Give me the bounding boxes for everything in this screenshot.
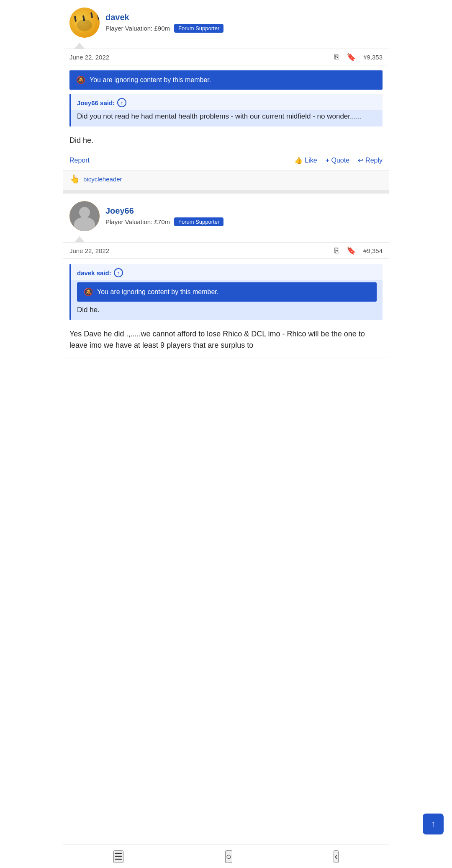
reply-label-9353: Reply <box>365 157 383 164</box>
quote-block-9353: Joey66 said: ↑ Did you not read he had m… <box>69 94 383 127</box>
forum-supporter-badge-davek: Forum Supporter <box>174 24 223 33</box>
like-icon-9353: 👍 <box>294 156 303 164</box>
quote-content-9354: 🔕 You are ignoring content by this membe… <box>71 280 383 320</box>
like-emoji-9353: 👆 <box>69 174 80 184</box>
likes-row-9353: 👆 bicycleheader <box>63 170 389 190</box>
forum-supporter-badge-joey66: Forum Supporter <box>174 217 223 226</box>
post-meta-9354: June 22, 2022 ⎘ 🔖 #9,354 <box>63 242 389 259</box>
post-date-9354: June 22, 2022 <box>69 247 109 254</box>
like-label-9353: Like <box>305 157 317 164</box>
post-date-9353: June 22, 2022 <box>69 54 109 61</box>
user-info-joey66: Joey66 Player Valuation: £70m Forum Supp… <box>105 206 223 226</box>
quote-up-arrow-9354[interactable]: ↑ <box>114 268 123 277</box>
user-meta-davek: Player Valuation: £90m Forum Supporter <box>105 24 223 33</box>
player-valuation-davek: Player Valuation: £90m <box>105 25 170 32</box>
quote-author-9353: Joey66 said: <box>77 99 115 106</box>
liked-by-user-9353[interactable]: bicycleheader <box>83 176 122 183</box>
post-body-content-9354: Yes Dave he did .,.....we cannot afford … <box>69 330 365 349</box>
post-divider <box>63 190 389 194</box>
quote-button-9353[interactable]: + Quote <box>326 157 349 164</box>
avatar-davek <box>69 8 100 38</box>
post-number-9353: #9,353 <box>363 54 383 61</box>
ignore-text-quoted-9354: You are ignoring content by this member. <box>97 288 218 296</box>
user-info-davek: davek Player Valuation: £90m Forum Suppo… <box>105 13 223 33</box>
post-meta-right-9353: ⎘ 🔖 #9,353 <box>334 53 383 61</box>
username-davek[interactable]: davek <box>105 13 223 22</box>
quote-up-arrow-9353[interactable]: ↑ <box>117 98 126 107</box>
post-text-9353: Did he. <box>69 132 383 152</box>
post-card-9353: davek Player Valuation: £90m Forum Suppo… <box>63 0 389 190</box>
triangle-pointer-joey66 <box>74 236 85 242</box>
quote-body-text-9354: Did he. <box>77 306 377 314</box>
quote-header-9354: davek said: ↑ <box>71 264 383 280</box>
like-button-9353[interactable]: 👍 Like <box>294 156 317 164</box>
post-body-9354: davek said: ↑ 🔕 You are ignoring content… <box>63 259 389 357</box>
post-body-9353: 🔕 You are ignoring content by this membe… <box>63 65 389 152</box>
post-meta-9353: June 22, 2022 ⎘ 🔖 #9,353 <box>63 49 389 65</box>
quote-author-9354: davek said: <box>77 269 111 276</box>
bottom-spacer <box>63 357 389 382</box>
quote-header-9353: Joey66 said: ↑ <box>71 94 383 110</box>
player-valuation-joey66: Player Valuation: £70m <box>105 218 170 225</box>
user-meta-joey66: Player Valuation: £70m Forum Supporter <box>105 217 223 226</box>
mute-icon-quoted-9354: 🔕 <box>84 287 93 297</box>
ignore-text-9353: You are ignoring content by this member. <box>90 76 211 84</box>
post-number-9354: #9,354 <box>363 247 383 254</box>
triangle-pointer-davek <box>74 43 85 49</box>
report-button-9353[interactable]: Report <box>69 157 90 164</box>
quote-text-9353: Did you not read he had mental health pr… <box>77 112 362 120</box>
user-header-davek: davek Player Valuation: £90m Forum Suppo… <box>63 0 389 43</box>
ignore-banner-9353: 🔕 You are ignoring content by this membe… <box>69 70 383 90</box>
username-joey66[interactable]: Joey66 <box>105 206 223 216</box>
bookmark-icon-9353[interactable]: 🔖 <box>347 53 356 61</box>
action-bar-9353: Report 👍 Like + Quote ↩ Reply <box>63 152 389 170</box>
quote-block-9354: davek said: ↑ 🔕 You are ignoring content… <box>69 264 383 320</box>
quote-label-9353: + Quote <box>326 157 349 164</box>
post-text-9354: Yes Dave he did .,.....we cannot afford … <box>69 325 383 357</box>
quote-content-9353: Did you not read he had mental health pr… <box>71 110 383 127</box>
mute-icon-9353: 🔕 <box>76 75 85 85</box>
post-card-9354: Joey66 Player Valuation: £70m Forum Supp… <box>63 194 389 357</box>
ignore-banner-quoted-9354: 🔕 You are ignoring content by this membe… <box>77 282 377 302</box>
post-meta-right-9354: ⎘ 🔖 #9,354 <box>334 247 383 254</box>
action-buttons-9353: 👍 Like + Quote ↩ Reply <box>294 156 383 164</box>
avatar-joey66 <box>69 201 100 231</box>
share-icon-9354[interactable]: ⎘ <box>334 247 339 254</box>
share-icon-9353[interactable]: ⎘ <box>334 53 339 61</box>
reply-button-9353[interactable]: ↩ Reply <box>358 156 383 164</box>
reply-icon-9353: ↩ <box>358 156 363 164</box>
bookmark-icon-9354[interactable]: 🔖 <box>347 247 356 254</box>
user-header-joey66: Joey66 Player Valuation: £70m Forum Supp… <box>63 194 389 236</box>
